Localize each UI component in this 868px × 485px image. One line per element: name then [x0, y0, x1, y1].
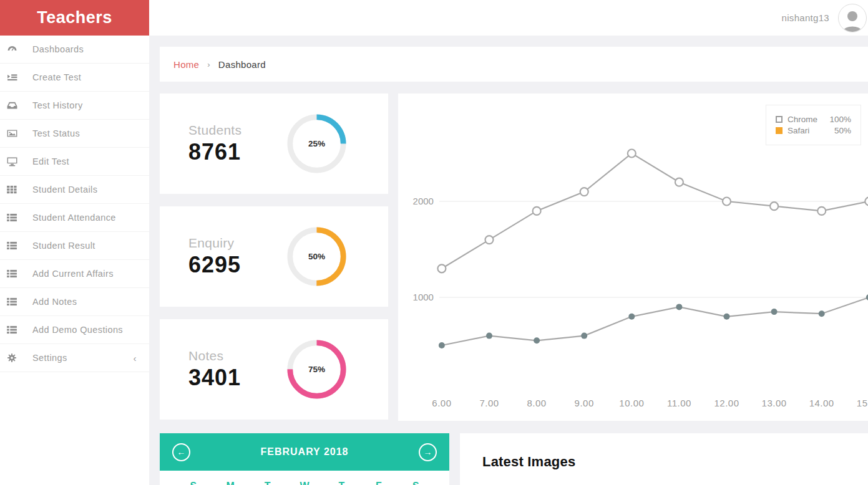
calendar-widget: ← FEBRUARY 2018 → S M T W T F S — [160, 433, 449, 485]
breadcrumb-separator-icon: › — [207, 60, 210, 69]
sidebar: Dashboards Create Test Test History Test… — [0, 36, 149, 485]
sidebar-item-label: Add Notes — [32, 297, 77, 307]
sidebar-item-label: Add Demo Questions — [32, 325, 123, 335]
legend-value: 50% — [826, 126, 851, 135]
main-content: Home › Dashboard Students 8761 25% Enqui… — [160, 47, 868, 485]
latest-images-card: Latest Images — [460, 433, 868, 485]
calendar-header: ← FEBRUARY 2018 → — [160, 433, 449, 471]
username: nishantg13 — [782, 12, 829, 23]
sidebar-item-create-test[interactable]: Create Test — [0, 64, 149, 92]
breadcrumb-home-link[interactable]: Home — [173, 59, 199, 70]
sidebar-item-edit-test[interactable]: Edit Test — [0, 148, 149, 176]
app-logo[interactable]: Teachers — [0, 0, 149, 36]
latest-images-title: Latest Images — [482, 454, 868, 470]
weekday-label: T — [249, 481, 286, 485]
sidebar-item-student-attendance[interactable]: Student Attendance — [0, 204, 149, 232]
svg-text:25%: 25% — [308, 139, 325, 148]
calendar-month-title: FEBRUARY 2018 — [260, 446, 348, 458]
desktop-icon — [7, 157, 24, 166]
chrome-legend-marker-icon — [776, 116, 783, 123]
gear-icon — [7, 353, 24, 363]
weekday-label: W — [286, 481, 323, 485]
stat-label: Notes — [188, 348, 241, 363]
breadcrumb-current: Dashboard — [218, 59, 266, 70]
weekday-label: T — [323, 481, 360, 485]
sidebar-item-label: Dashboards — [32, 44, 84, 54]
legend-label: Chrome — [788, 115, 826, 124]
stat-card-enquiry: Enquiry 6295 50% — [160, 206, 388, 307]
svg-text:7.00: 7.00 — [479, 398, 499, 408]
svg-text:6.00: 6.00 — [432, 398, 451, 408]
chevron-left-icon[interactable]: ‹ — [134, 353, 137, 363]
sidebar-item-student-details[interactable]: Student Details — [0, 176, 149, 204]
sidebar-item-student-result[interactable]: Student Result — [0, 232, 149, 260]
svg-text:9.00: 9.00 — [575, 398, 594, 408]
user-avatar[interactable] — [838, 4, 867, 32]
enquiry-donut-chart: 50% — [286, 226, 347, 287]
svg-text:11.00: 11.00 — [667, 398, 691, 408]
arrow-left-icon: ← — [177, 447, 186, 457]
weekday-label: F — [360, 481, 397, 485]
stat-value: 8761 — [188, 139, 241, 165]
sidebar-item-add-notes[interactable]: Add Notes — [0, 288, 149, 316]
sidebar-item-test-history[interactable]: Test History — [0, 92, 149, 120]
svg-text:10.00: 10.00 — [619, 398, 644, 408]
sidebar-item-label: Student Details — [32, 185, 97, 194]
svg-text:50%: 50% — [308, 252, 325, 261]
chart-legend: Chrome 100% Safari 50% — [766, 105, 861, 145]
students-donut-chart: 25% — [286, 113, 347, 174]
inbox-icon — [7, 101, 24, 110]
breadcrumb: Home › Dashboard — [160, 47, 868, 82]
sidebar-item-add-demo-questions[interactable]: Add Demo Questions — [0, 316, 149, 344]
sidebar-item-dashboards[interactable]: Dashboards — [0, 36, 149, 64]
sidebar-item-add-current-affairs[interactable]: Add Current Affairs — [0, 260, 149, 288]
stat-value: 6295 — [188, 252, 241, 278]
svg-text:8.00: 8.00 — [527, 398, 547, 408]
indent-list-icon — [7, 73, 24, 82]
sidebar-item-label: Student Result — [32, 241, 95, 251]
svg-text:13.00: 13.00 — [762, 398, 787, 408]
sidebar-item-label: Test History — [32, 100, 83, 110]
list-icon — [7, 325, 24, 334]
list-icon — [7, 297, 24, 306]
weekday-label: M — [212, 481, 248, 485]
legend-label: Safari — [788, 126, 826, 135]
top-bar: Teachers nishantg13 — [0, 0, 868, 36]
svg-text:2000: 2000 — [413, 196, 434, 206]
weekday-label: S — [175, 481, 212, 485]
list-icon — [7, 213, 24, 222]
safari-legend-marker-icon — [776, 127, 783, 134]
calendar-weekday-row: S M T W T F S — [160, 471, 449, 485]
weekday-label: S — [397, 481, 434, 485]
notes-donut-chart: 75% — [286, 339, 347, 400]
stat-card-notes: Notes 3401 75% — [160, 319, 388, 420]
legend-item-safari: Safari 50% — [776, 126, 851, 135]
dashboard-icon — [7, 45, 24, 54]
stat-label: Students — [188, 123, 241, 138]
grid-icon — [7, 185, 24, 194]
browser-line-chart-card: Chrome 100% Safari 50% 100020006.007.008… — [398, 94, 868, 421]
svg-text:12.00: 12.00 — [714, 398, 739, 408]
legend-value: 100% — [826, 115, 851, 124]
sidebar-item-test-status[interactable]: Test Status — [0, 120, 149, 148]
svg-text:1000: 1000 — [413, 292, 434, 302]
list-icon — [7, 241, 24, 250]
sidebar-item-label: Student Attendance — [32, 213, 116, 223]
sidebar-item-label: Edit Test — [32, 156, 69, 166]
list-icon — [7, 269, 24, 278]
svg-text:75%: 75% — [308, 365, 325, 374]
calendar-prev-button[interactable]: ← — [172, 443, 190, 461]
legend-item-chrome: Chrome 100% — [776, 115, 851, 124]
sidebar-item-label: Add Current Affairs — [32, 269, 114, 279]
svg-text:15.00: 15.00 — [857, 398, 868, 408]
sidebar-item-label: Create Test — [32, 72, 81, 82]
svg-text:14.00: 14.00 — [809, 398, 834, 408]
stat-card-students: Students 8761 25% — [160, 94, 388, 194]
person-icon — [840, 7, 865, 32]
calendar-next-button[interactable]: → — [419, 443, 437, 461]
image-icon — [7, 129, 24, 138]
sidebar-item-label: Test Status — [32, 128, 80, 138]
sidebar-item-settings[interactable]: Settings ‹ — [0, 344, 149, 372]
sidebar-item-label: Settings — [32, 353, 67, 363]
arrow-right-icon: → — [423, 447, 432, 457]
